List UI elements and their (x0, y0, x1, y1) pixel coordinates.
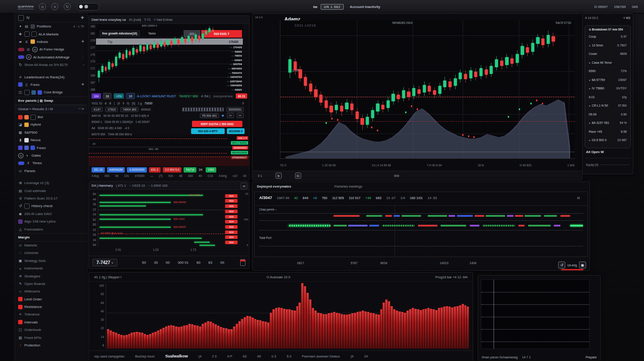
sidebar-item[interactable]: △Forecasters (15, 225, 87, 233)
detail-row[interactable]: Coup0.37 (585, 32, 630, 41)
detail-row[interactable]: ◂IV 75880GVTDY (585, 84, 630, 93)
sidebar-item[interactable]: Resistance (15, 303, 87, 311)
tab-deployed[interactable]: Deployed everymates (257, 184, 291, 188)
histogram-plot[interactable] (106, 283, 469, 349)
sidebar-item[interactable]: ▢Orderbook (15, 326, 87, 334)
battery-icon[interactable] (240, 259, 245, 266)
detail-row[interactable]: ◂Casa 96 Tenor (585, 58, 630, 67)
grid-icon[interactable]: ▣ (579, 261, 586, 269)
filter-tabs[interactable]: All Open W (586, 150, 604, 154)
toolbar-button[interactable]: 10 (126, 93, 134, 99)
globe-icon[interactable]: ⊙ (51, 3, 58, 10)
toolbar-button[interactable]: 4 /54 | (201, 94, 211, 98)
sidebar-item[interactable]: Algo 108 new Lytics (15, 218, 87, 225)
order-form-row[interactable]: A44 0434 40 43 400 50 1010 50 0.4(9) 4F5… (89, 112, 249, 119)
bell-icon[interactable]: b (276, 173, 282, 179)
sidebar-item[interactable]: Global ≈ Results 3 / M‹ › ▸ (15, 105, 87, 113)
sidebar-item[interactable]: Limit Order (15, 296, 87, 303)
action-button[interactable]: 24 (199, 168, 202, 172)
sidebar-item[interactable]: ▧Fixed APIs (15, 334, 87, 341)
refresh-icon[interactable]: ↻ (64, 3, 71, 10)
theme-toggle[interactable] (77, 3, 99, 11)
candlestick-chart[interactable]: E00 10000 4 free growth milestone(10) Ta… (96, 24, 243, 92)
sidebar-item[interactable]: ≡Tolerance (15, 311, 87, 318)
main-plot[interactable]: C011 L0Z1S NENB28S 0924 5ACR ET34 ◻ 150 (280, 20, 575, 159)
action-button[interactable]: 151.10 (92, 167, 105, 173)
sidebar-item[interactable]: ▱Markets (15, 242, 87, 249)
sidebar-item[interactable]: ◒Instruments (15, 265, 87, 272)
action-button[interactable]: 54(7)4 (184, 167, 196, 173)
expand-button[interactable]: 15 (241, 183, 247, 189)
sell-button[interactable]: R0FF 010704 1 500 0042 (192, 121, 242, 127)
live-ticker-button[interactable]: UN 1.562 (321, 4, 344, 10)
sidebar-item[interactable]: ↺History check (15, 202, 87, 210)
watchlist-search[interactable]: N ✚ (15, 13, 87, 23)
tab-history[interactable]: Fisheries meetings (334, 184, 362, 188)
action-button[interactable]: 2.0 904 5.0 (163, 167, 182, 173)
action-button[interactable]: £01 2 (149, 167, 161, 173)
sidebar-item[interactable]: U◐Gates (15, 152, 87, 159)
app-brand[interactable]: quantview (18, 4, 34, 9)
sidebar-item[interactable]: ▤Cost estimate (15, 187, 87, 194)
sidebar-item[interactable]: ▭Panels (15, 167, 87, 175)
sidebar-item[interactable]: ✎Open Boards (15, 280, 87, 288)
sidebar-item[interactable]: ◫Core Bridge (15, 88, 87, 96)
sidebar-item[interactable]: ▰8Indices✚ (15, 38, 87, 46)
toolbar-button[interactable]: 60 21 (236, 93, 247, 99)
sidebar-item[interactable]: ◪Hybrid (15, 121, 87, 128)
buy-alt-button[interactable]: 4010940 0 (227, 128, 245, 134)
toolbar-button[interactable]: A LOOK? AMOUNT RUST (137, 94, 176, 98)
sidebar-item[interactable]: !Protection (15, 342, 87, 349)
buy-button[interactable]: 504 020 4 MTY (191, 128, 225, 134)
sidebar-item[interactable]: UAI Automated Arbitrage⋮ (15, 54, 87, 61)
detail-row[interactable]: 9.0110y (585, 93, 630, 102)
toolbar-button[interactable]: TAXES? 900 (179, 94, 198, 98)
detail-row[interactable]: ◂03-5 500 010 987 (585, 136, 630, 145)
value-selector[interactable]: 7-7427 ˅ (92, 259, 117, 266)
sidebar-item[interactable]: ⌂Webcams (15, 288, 87, 295)
detail-row[interactable]: ◂8A 3157 05154 % (585, 119, 630, 127)
order-form-row[interactable]: K14?1791074004 30000091050000091 (89, 106, 249, 112)
sidebar-item[interactable]: #Leaderboard vs Rank(24) (15, 73, 87, 81)
detail-row[interactable]: ◂10 5mm0.7507 (585, 41, 630, 50)
shield-icon[interactable]: G (295, 173, 301, 179)
sidebar-item[interactable]: ↻Show All Areas on 5% $170› (15, 61, 87, 69)
sidebar-item[interactable]: Forex (15, 144, 87, 151)
panel-menu-button[interactable]: ˅ M3 (623, 16, 630, 19)
sidebar-item[interactable]: ⊙Pattern Scan 20.5.17 (15, 195, 87, 202)
detail-row[interactable]: 659072% (585, 67, 630, 76)
detail-row[interactable]: Race +458.58 (585, 127, 630, 136)
detail-row[interactable]: Cooer4509 (585, 50, 630, 58)
sidebar-item[interactable]: ◎UAI Forex Hedge (15, 46, 87, 53)
order-form-row[interactable]: V011 10AB|(990)[0]1 g700009 (89, 100, 249, 106)
mini-chart[interactable] (481, 279, 590, 349)
detail-row[interactable]: ◂CR.L1 N 5007.50r (585, 101, 630, 110)
toolbar-button[interactable]: everyone/ww (213, 94, 233, 98)
action-button[interactable]: 4.00000000 (127, 167, 146, 173)
sidebar-item[interactable]: ✚ALA Markets (15, 30, 87, 38)
sidebar-item[interactable]: ▣Strategy Sets (15, 257, 87, 265)
sidebar-item[interactable]: ⊞Leverage x2 (3) (15, 179, 87, 187)
toolbar-button[interactable]: +0% (114, 93, 124, 99)
header-left[interactable]: #1 ‡ 9g | Stepper I (94, 275, 122, 279)
sidebar-item[interactable]: ♯Times (15, 159, 87, 167)
sidebar-item[interactable]: Bot (15, 113, 87, 121)
add-symbol-button[interactable]: ✚ (80, 15, 84, 20)
sidebar-item[interactable]: ▮Nexus (15, 136, 87, 144)
broadcast-icon[interactable]: ◎ (39, 3, 46, 10)
refresh-icon[interactable]: ↺ (558, 261, 565, 269)
sidebar-item[interactable]: ▯Forex✚ (15, 81, 87, 88)
toolbar-button[interactable]: 104 (92, 93, 101, 99)
sidebar-item[interactable]: ▾▤Positions∨ · L 70 (15, 23, 87, 30)
detail-row[interactable]: 05.090.50 (585, 110, 630, 119)
action-button[interactable]: 1050 (206, 167, 216, 173)
sidebar-item[interactable]: ▦S&P500 (15, 129, 87, 136)
sidebar-item[interactable]: ✕Strategies (15, 272, 87, 280)
detail-row[interactable]: ◂8A 5775923067 (585, 76, 630, 84)
sidebar-item[interactable]: ◉200 AI Labs DAO (15, 210, 87, 218)
toolbar-button[interactable]: 18 (103, 93, 111, 99)
prepare-button[interactable]: Prepare (586, 356, 597, 359)
sidebar-item[interactable]: Intervals (15, 319, 87, 326)
sidebar-item[interactable]: ◌Universe (15, 249, 87, 257)
action-button[interactable]: A49/9A2M (107, 167, 125, 173)
